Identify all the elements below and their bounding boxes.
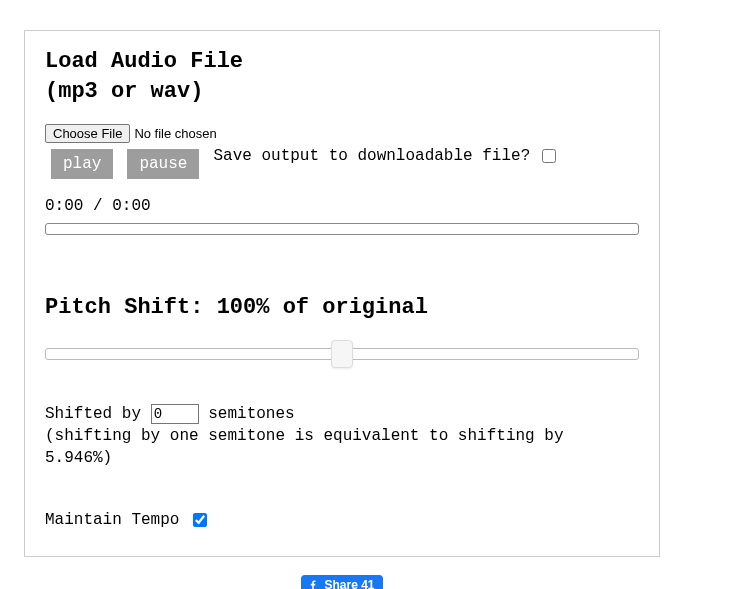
load-heading-line1: Load Audio File (45, 49, 243, 74)
semitones-input[interactable] (151, 404, 199, 424)
semitone-row: Shifted by semitones (45, 404, 639, 424)
save-output-group: Save output to downloadable file? (213, 146, 559, 166)
share-label: Share (324, 578, 357, 589)
pitch-slider-thumb[interactable] (331, 340, 353, 368)
save-output-checkbox[interactable] (542, 149, 556, 163)
file-status-text: No file chosen (134, 126, 216, 141)
facebook-icon (307, 579, 319, 589)
share-count: 41 (361, 578, 374, 589)
pause-button[interactable]: pause (127, 149, 199, 179)
maintain-tempo-checkbox[interactable] (193, 513, 207, 527)
load-heading: Load Audio File (mp3 or wav) (45, 47, 639, 106)
pitch-heading: Pitch Shift: 100% of original (45, 295, 639, 320)
semitone-hint: (shifting by one semitone is equivalent … (45, 426, 639, 469)
shifted-by-suffix: semitones (208, 405, 294, 423)
audio-tool-panel: Load Audio File (mp3 or wav) Choose File… (24, 30, 660, 557)
share-row: Share 41 (0, 575, 684, 589)
tempo-row: Maintain Tempo (45, 510, 639, 530)
save-output-label: Save output to downloadable file? (213, 147, 530, 165)
time-display: 0:00 / 0:00 (45, 197, 639, 215)
choose-file-button[interactable]: Choose File (45, 124, 130, 143)
load-heading-line2: (mp3 or wav) (45, 79, 203, 104)
playback-controls-row: play pause Save output to downloadable f… (51, 149, 639, 179)
shifted-by-prefix: Shifted by (45, 405, 141, 423)
tempo-label: Maintain Tempo (45, 511, 179, 529)
pitch-slider[interactable] (45, 340, 639, 368)
play-button[interactable]: play (51, 149, 113, 179)
file-input-row: Choose File No file chosen (45, 124, 639, 143)
playback-progress-bar[interactable] (45, 223, 639, 235)
facebook-share-button[interactable]: Share 41 (301, 575, 382, 589)
